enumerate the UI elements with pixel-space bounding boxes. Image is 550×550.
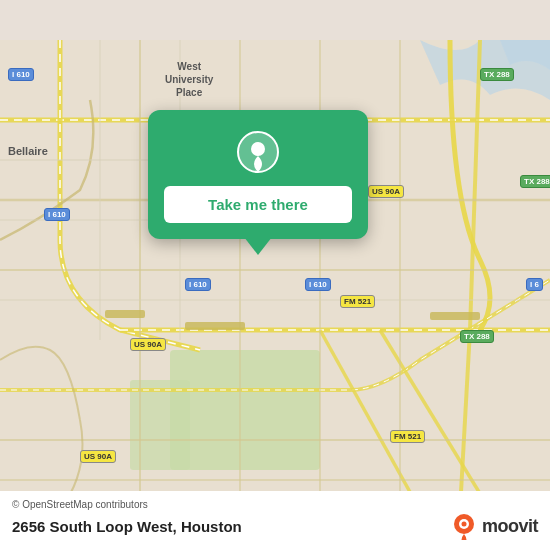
map-background bbox=[0, 0, 550, 550]
svg-rect-18 bbox=[105, 310, 145, 318]
svg-rect-19 bbox=[185, 322, 245, 330]
highway-badge-tx288-mid: TX 288 bbox=[520, 175, 550, 188]
bottom-bar: © OpenStreetMap contributors 2656 South … bbox=[0, 491, 550, 550]
svg-point-25 bbox=[461, 522, 466, 527]
label-university-place: WestUniversityPlace bbox=[165, 60, 213, 99]
highway-badge-tx288-bot: TX 288 bbox=[460, 330, 494, 343]
highway-badge-i610-east: I 610 bbox=[305, 278, 331, 291]
svg-point-22 bbox=[251, 142, 265, 156]
moovit-brand-name: moovit bbox=[482, 516, 538, 537]
highway-badge-i610-west: I 610 bbox=[44, 208, 70, 221]
highway-badge-i610-far-east: I 6 bbox=[526, 278, 543, 291]
highway-badge-i610-bottom: I 610 bbox=[185, 278, 211, 291]
highway-badge-i610-top: I 610 bbox=[8, 68, 34, 81]
highway-badge-us90a-1: US 90A bbox=[368, 185, 404, 198]
svg-rect-20 bbox=[430, 312, 480, 320]
label-bellaire: Bellaire bbox=[8, 145, 48, 157]
highway-badge-us90a-2: US 90A bbox=[130, 338, 166, 351]
take-me-there-button[interactable]: Take me there bbox=[164, 186, 352, 223]
highway-badge-fm521-2: FM 521 bbox=[390, 430, 425, 443]
osm-attribution: © OpenStreetMap contributors bbox=[12, 499, 538, 510]
svg-rect-1 bbox=[170, 350, 320, 470]
moovit-logo: moovit bbox=[450, 512, 538, 540]
highway-badge-us90a-3: US 90A bbox=[80, 450, 116, 463]
highway-badge-fm521-1: FM 521 bbox=[340, 295, 375, 308]
moovit-pin-icon bbox=[450, 512, 478, 540]
address-text: 2656 South Loop West, Houston bbox=[12, 518, 242, 535]
location-pin-icon bbox=[236, 130, 280, 174]
location-popup: Take me there bbox=[148, 110, 368, 239]
highway-badge-tx288-top: TX 288 bbox=[480, 68, 514, 81]
map-container: I 610 I 610 I 610 I 610 I 6 US 90A US 90… bbox=[0, 0, 550, 550]
